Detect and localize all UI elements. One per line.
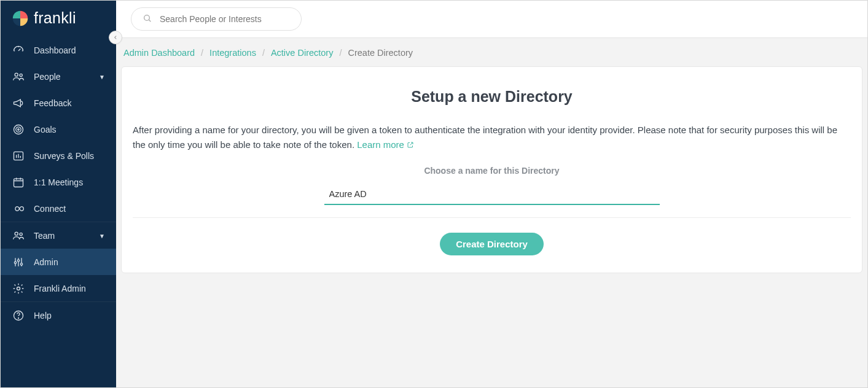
external-link-icon [407,141,414,149]
help-icon [12,309,25,322]
directory-card: Setup a new Directory After providing a … [121,66,862,273]
speedometer-icon [12,44,25,57]
logo-icon [12,10,29,27]
svg-point-2 [14,125,23,134]
sidebar-item-surveys[interactable]: Surveys & Polls [1,142,116,169]
sidebar-item-label: Connect [34,204,105,214]
description-text: After providing a name for your director… [133,125,837,150]
page-title: Setup a new Directory [133,88,851,106]
target-icon [12,123,25,136]
svg-point-14 [18,317,19,318]
megaphone-icon [12,96,25,110]
sidebar-item-label: Goals [34,125,105,134]
search-input[interactable] [160,14,290,24]
app-root: frankli Dashboard [1,1,867,387]
calendar-icon [12,176,25,189]
svg-point-1 [20,74,22,76]
svg-point-11 [20,263,22,265]
sidebar-collapse-toggle[interactable] [109,31,122,44]
svg-point-7 [15,232,18,235]
sidebar-item-goals[interactable]: Goals [1,116,116,142]
breadcrumb-current: Create Directory [348,48,413,58]
svg-point-8 [20,233,22,235]
sidebar-nav: Dashboard People ▼ Feedback [1,33,116,328]
people-icon [12,70,25,83]
sidebar-item-team[interactable]: Team ▼ [1,222,116,249]
svg-point-12 [17,287,20,290]
sidebar-item-label: People [34,72,90,82]
sidebar-item-label: Surveys & Polls [34,151,105,161]
breadcrumb-separator: / [262,48,265,58]
sidebar-item-label: Feedback [34,98,105,108]
chevron-down-icon: ▼ [99,233,105,239]
sidebar: frankli Dashboard [1,1,116,387]
sliders-icon [12,255,25,269]
directory-name-input[interactable] [324,185,660,205]
sidebar-item-label: Frankli Admin [34,284,105,293]
learn-more-label: Learn more [357,138,404,152]
breadcrumb-separator: / [201,48,203,58]
search-icon [143,14,152,25]
main: Admin Dashboard / Integrations / Active … [116,1,867,387]
breadcrumb: Admin Dashboard / Integrations / Active … [121,38,862,66]
search-input-wrapper[interactable] [131,7,302,31]
learn-more-link[interactable]: Learn more [357,138,414,152]
sidebar-item-people[interactable]: People ▼ [1,63,116,90]
topbar [116,1,867,37]
sidebar-item-label: Admin [34,257,105,267]
sidebar-item-connect[interactable]: Connect [1,195,116,222]
breadcrumb-link[interactable]: Admin Dashboard [123,48,195,58]
svg-point-10 [17,259,19,261]
sidebar-item-frankli-admin[interactable]: Frankli Admin [1,275,116,301]
svg-point-4 [18,128,20,130]
sidebar-item-label: Team [34,231,90,241]
svg-point-0 [15,73,18,76]
content: Admin Dashboard / Integrations / Active … [116,37,867,387]
sidebar-item-feedback[interactable]: Feedback [1,90,116,116]
field-label: Choose a name for this Directory [133,166,851,176]
svg-rect-6 [14,179,23,187]
sidebar-item-admin[interactable]: Admin [1,249,116,275]
bar-chart-icon [12,149,25,163]
svg-point-15 [144,15,150,20]
chevron-down-icon: ▼ [99,74,105,80]
svg-point-3 [16,126,21,131]
infinity-icon [12,202,25,215]
create-directory-button[interactable]: Create Directory [440,233,544,255]
team-icon [12,229,25,243]
sidebar-item-label: Dashboard [34,45,105,55]
directory-name-field: Choose a name for this Directory [133,166,851,205]
sidebar-item-meetings[interactable]: 1:1 Meetings [1,169,116,195]
divider [133,217,851,218]
sidebar-item-dashboard[interactable]: Dashboard [1,37,116,63]
page-description: After providing a name for your director… [133,123,851,152]
breadcrumb-link[interactable]: Active Directory [271,48,334,58]
breadcrumb-separator: / [339,48,342,58]
svg-point-9 [14,262,16,263]
sidebar-item-help[interactable]: Help [1,302,116,328]
brand[interactable]: frankli [1,1,116,33]
brand-name: frankli [34,9,76,27]
sidebar-item-label: 1:1 Meetings [34,177,105,187]
sidebar-item-label: Help [34,311,105,320]
gear-icon [12,282,25,295]
breadcrumb-link[interactable]: Integrations [209,48,256,58]
